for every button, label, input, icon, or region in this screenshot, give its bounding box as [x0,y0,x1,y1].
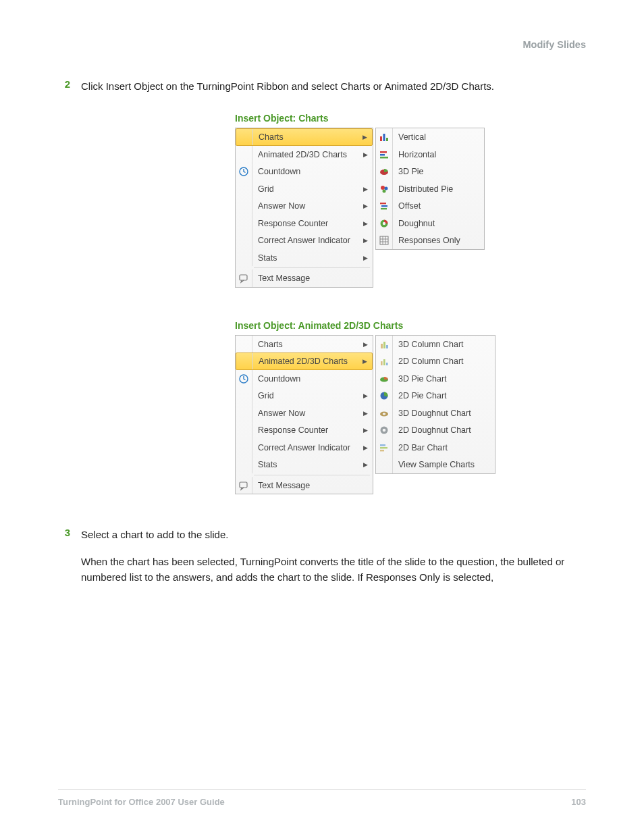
submenu-item[interactable]: 2D Doughnut Chart [376,421,495,439]
menu-item[interactable]: Grid▶ [236,387,373,405]
menu-icon-col [236,336,252,353]
menu-item[interactable]: Answer Now▶ [236,197,373,215]
submenu-item-label: 2D Doughnut Chart [396,425,495,435]
svg-rect-21 [383,342,385,348]
menu-icon-col [236,456,252,473]
menu-icon-col [236,439,252,457]
submenu-arrow-icon: ▶ [360,203,373,209]
menu-icon-col [236,269,252,287]
svg-rect-20 [381,344,383,348]
submenu-icon-col [376,370,393,388]
menu-item[interactable]: Response Counter▶ [236,421,373,439]
svg-rect-25 [386,363,388,365]
submenu-item[interactable]: 2D Bar Chart [376,439,495,457]
menu-item[interactable]: Charts▶ [236,128,373,146]
svg-rect-7 [380,157,388,159]
figure1-main-menu: Charts▶Animated 2D/3D Charts▶CountdownGr… [235,128,373,288]
menu-item[interactable]: Stats▶ [236,249,373,267]
clock-icon [238,166,249,177]
menu-item[interactable]: Stats▶ [236,456,373,473]
submenu-item[interactable]: Offset [376,197,484,215]
submenu-item[interactable]: 3D Pie [376,163,484,180]
submenu-item-label: Responses Only [396,236,484,245]
section-title: Modify Slides [58,39,586,50]
submenu-arrow-icon: ▶ [360,410,373,417]
submenu-icon-col [376,180,393,198]
figure2-caption: Insert Object: Animated 2D/3D Charts [235,320,586,331]
pie3d-icon [379,166,390,177]
menu-item[interactable]: Countdown [236,370,373,388]
submenu-item-label: 2D Pie Chart [396,391,495,400]
submenu-arrow-icon: ▶ [360,151,373,158]
svg-rect-23 [381,361,383,365]
col2d-icon [379,356,390,367]
menu-item[interactable]: Animated 2D/3D Charts▶ [236,353,373,370]
submenu-item-label: Doughnut [396,219,484,228]
menu-icon-col [236,249,252,267]
menu-item-label: Correct Answer Indicator [255,443,360,452]
submenu-item[interactable]: Vertical [376,128,484,146]
submenu-item-label: View Sample Charts [396,460,495,469]
menu-separator [254,267,370,268]
submenu-item[interactable]: 2D Column Chart [376,353,495,370]
menu-item[interactable]: Correct Answer Indicator▶ [236,439,373,457]
submenu-icon-col [376,232,393,249]
submenu-icon-col [376,353,393,370]
menu-icon-col [236,370,252,388]
submenu-item[interactable]: View Sample Charts [376,456,495,473]
bar2d-icon [379,442,390,453]
menu-item-label: Text Message [255,481,373,490]
menu-item[interactable]: Grid▶ [236,180,373,198]
figure1-menus: Charts▶Animated 2D/3D Charts▶CountdownGr… [235,128,586,288]
submenu-icon-col [376,146,393,163]
svg-rect-2 [380,136,382,141]
submenu-item[interactable]: 2D Pie Chart [376,387,495,405]
submenu-icon-col [376,336,393,353]
submenu-item-label: Horizontal [396,150,484,159]
figure2-sub-menu: 3D Column Chart2D Column Chart3D Pie Cha… [375,335,495,474]
submenu-item[interactable]: Responses Only [376,232,484,249]
submenu-icon-col [376,215,393,232]
submenu-item[interactable]: Horizontal [376,146,484,163]
menu-item[interactable]: Correct Answer Indicator▶ [236,232,373,249]
pie2d-icon [379,390,390,401]
menu-icon-col [236,129,253,145]
menu-icon-col [236,405,252,422]
menu-item[interactable]: Answer Now▶ [236,405,373,422]
menu-item[interactable]: Text Message [236,269,373,287]
don3d-icon [379,408,390,419]
submenu-arrow-icon: ▶ [360,341,373,348]
respgrid-icon [379,235,390,246]
submenu-item[interactable]: 3D Column Chart [376,336,495,353]
menu-item-label: Stats [255,460,360,469]
menu-item-label: Stats [255,253,360,263]
svg-rect-17 [380,236,388,244]
step3-line2: When the chart has been selected, Turnin… [81,554,586,585]
submenu-item[interactable]: 3D Doughnut Chart [376,405,495,422]
submenu-icon-col [376,456,393,473]
submenu-item[interactable]: Doughnut [376,215,484,232]
submenu-arrow-icon: ▶ [360,461,373,468]
menu-item[interactable]: Charts▶ [236,336,373,353]
submenu-item[interactable]: 3D Pie Chart [376,370,495,388]
submenu-item-label: 2D Bar Chart [396,443,495,452]
figure1-caption: Insert Object: Charts [235,113,586,124]
don2d-icon [379,425,390,436]
menu-icon-col [236,353,253,369]
menu-icon-col [236,215,252,232]
submenu-item[interactable]: Distributed Pie [376,180,484,198]
msg-icon [238,273,249,284]
menu-item[interactable]: Animated 2D/3D Charts▶ [236,146,373,163]
menu-item[interactable]: Countdown [236,163,373,180]
submenu-icon-col [376,128,393,146]
vbars-icon [379,132,390,142]
menu-item[interactable]: Text Message [236,477,373,494]
submenu-arrow-icon: ▶ [360,237,373,244]
submenu-item-label: 3D Pie Chart [396,374,495,384]
menu-icon-col [236,146,252,163]
menu-item[interactable]: Response Counter▶ [236,215,373,232]
submenu-icon-col [376,387,393,405]
menu-item-label: Response Counter [255,219,360,228]
menu-item-label: Animated 2D/3D Charts [255,150,360,159]
clock-icon [238,373,249,384]
